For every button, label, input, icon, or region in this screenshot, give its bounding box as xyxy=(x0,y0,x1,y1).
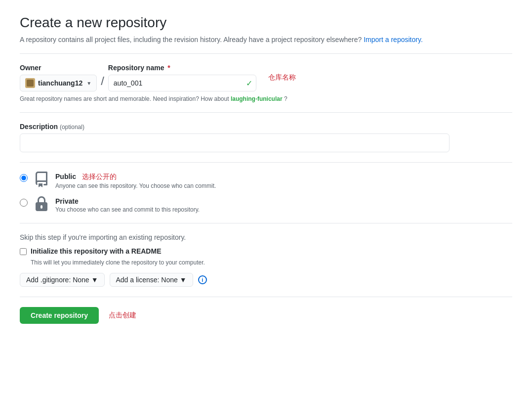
public-radio[interactable] xyxy=(20,174,28,182)
init-section: Skip this step if you're importing an ex… xyxy=(20,233,512,287)
private-content: Private You choose who can see and commi… xyxy=(55,197,200,213)
check-icon: ✓ xyxy=(246,79,252,88)
readme-checkbox-row: Initialize this repository with a README xyxy=(20,247,512,255)
owner-avatar-inner xyxy=(27,80,34,87)
public-title: Public xyxy=(55,173,76,180)
top-divider xyxy=(20,53,512,54)
lock-icon xyxy=(34,196,49,212)
page-title: Create a new repository xyxy=(20,15,512,31)
bottom-divider xyxy=(20,297,512,297)
owner-label: Owner xyxy=(20,64,97,72)
public-desc: Anyone can see this repository. You choo… xyxy=(55,182,216,189)
required-star: * xyxy=(167,64,170,72)
description-input[interactable] xyxy=(20,133,450,152)
license-arrow-icon: ▼ xyxy=(180,276,187,284)
skip-text: Skip this step if you're importing an ex… xyxy=(20,233,512,241)
import-link[interactable]: Import a repository. xyxy=(364,36,423,44)
private-radio[interactable] xyxy=(20,199,28,207)
license-dropdown[interactable]: Add a license: None ▼ xyxy=(110,273,193,287)
readme-checkbox[interactable] xyxy=(20,248,27,255)
repo-name-field-group: Repository name * ✓ xyxy=(108,64,256,91)
init-divider xyxy=(20,223,512,223)
slash-separator: / xyxy=(101,73,104,89)
description-section: Description (optional) xyxy=(20,123,512,152)
public-annotation: 选择公开的 xyxy=(82,173,117,180)
visibility-divider xyxy=(20,162,512,163)
gitignore-arrow-icon: ▼ xyxy=(91,276,98,284)
info-icon[interactable]: i xyxy=(198,275,207,284)
book-icon xyxy=(34,172,49,187)
owner-repo-row: Owner tianchuang12 ▼ / Repository name *… xyxy=(20,64,512,91)
public-content: Public 选择公开的 Anyone can see this reposit… xyxy=(55,173,216,189)
optional-text: (optional) xyxy=(60,124,84,131)
owner-avatar xyxy=(25,78,35,88)
create-repository-button[interactable]: Create repository xyxy=(20,307,99,324)
visibility-section: Public 选择公开的 Anyone can see this reposit… xyxy=(20,173,512,213)
create-annotation: 点击创建 xyxy=(109,311,136,320)
readme-desc: This will let you immediately clone the … xyxy=(31,259,512,266)
private-desc: You choose who can see and commit to thi… xyxy=(55,206,200,213)
private-option: Private You choose who can see and commi… xyxy=(20,197,512,213)
owner-dropdown-arrow: ▼ xyxy=(86,81,91,86)
repo-name-annotation: 仓库名称 xyxy=(268,73,296,82)
private-title: Private xyxy=(55,197,200,205)
create-row: Create repository 点击创建 xyxy=(20,307,512,324)
description-divider xyxy=(20,112,512,113)
repo-name-wrapper: ✓ xyxy=(108,75,256,91)
page-subtitle: A repository contains all project files,… xyxy=(20,36,512,44)
gitignore-dropdown[interactable]: Add .gitignore: None ▼ xyxy=(20,273,105,287)
owner-select[interactable]: tianchuang12 ▼ xyxy=(20,75,97,91)
dropdown-buttons-row: Add .gitignore: None ▼ Add a license: No… xyxy=(20,273,512,287)
owner-field-group: Owner tianchuang12 ▼ xyxy=(20,64,97,91)
repo-name-label: Repository name * xyxy=(108,64,256,72)
suggestion-link[interactable]: laughing-funicular xyxy=(231,95,283,102)
repo-name-input[interactable] xyxy=(108,75,256,91)
hint-text: Great repository names are short and mem… xyxy=(20,95,512,102)
readme-label: Initialize this repository with a README xyxy=(31,247,161,255)
owner-name: tianchuang12 xyxy=(38,79,82,87)
description-label: Description (optional) xyxy=(20,123,512,131)
public-option: Public 选择公开的 Anyone can see this reposit… xyxy=(20,173,512,189)
owner-repo-section: Owner tianchuang12 ▼ / Repository name *… xyxy=(20,64,512,102)
